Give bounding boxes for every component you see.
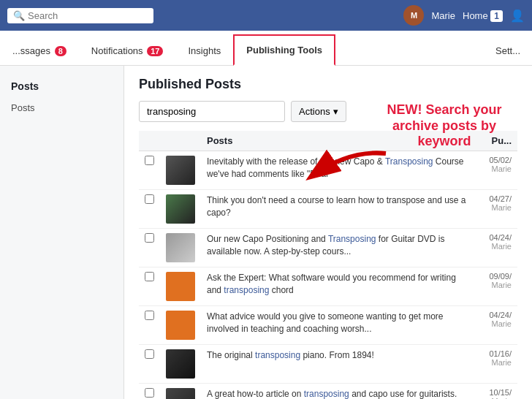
person-icon[interactable]: 👤 xyxy=(510,9,525,23)
post-thumbnail xyxy=(166,156,195,185)
page-title: Published Posts xyxy=(139,77,517,92)
row-checkbox[interactable] xyxy=(145,311,154,320)
global-search-input[interactable] xyxy=(28,10,148,21)
table-row: A great how-to article on transposing an… xyxy=(139,384,517,400)
search-icon: 🔍 xyxy=(13,10,25,21)
col-checkbox xyxy=(139,131,160,151)
post-link[interactable]: transposing xyxy=(224,285,269,295)
row-checkbox[interactable] xyxy=(145,194,154,204)
user-name: Marie xyxy=(431,10,455,21)
page-nav: ...ssages 8 Notifications 17 Insights Pu… xyxy=(0,31,532,66)
post-thumbnail xyxy=(166,272,195,301)
sidebar-title: Posts xyxy=(0,77,123,98)
row-checkbox[interactable] xyxy=(145,388,154,398)
post-text: Our new Capo Positioning and Transposing… xyxy=(207,234,445,256)
table-row: Ask the Expert: What software would you … xyxy=(139,267,517,306)
post-text: What advice would you give to someone wa… xyxy=(207,311,444,334)
row-checkbox[interactable] xyxy=(145,349,154,359)
arrow-icon xyxy=(305,142,393,186)
post-text: Ask the Expert: What software would you … xyxy=(207,273,456,295)
post-thumbnail xyxy=(166,311,195,340)
table-row: The original transposing piano. From 189… xyxy=(139,345,517,384)
post-thumbnail xyxy=(166,194,195,224)
annotation-box: NEW! Search your archive posts by keywor… xyxy=(364,102,525,150)
post-date: 04/24/Marie xyxy=(474,229,517,267)
row-checkbox[interactable] xyxy=(145,233,154,243)
post-text: A great how-to article on transposing an… xyxy=(207,389,457,399)
post-thumbnail xyxy=(166,233,195,262)
col-thumb xyxy=(160,131,201,151)
keyword-search-input[interactable] xyxy=(139,101,285,122)
avatar: M xyxy=(403,5,424,26)
post-text: The original transposing piano. From 189… xyxy=(207,350,374,360)
post-thumbnail xyxy=(166,388,195,399)
post-date: 05/02/Marie xyxy=(474,151,517,190)
table-row: What advice would you give to someone wa… xyxy=(139,306,517,345)
main-layout: Posts Posts Published Posts NEW! Search … xyxy=(0,66,532,399)
post-thumbnail xyxy=(166,349,195,379)
post-link[interactable]: transposing xyxy=(304,389,349,399)
post-link[interactable]: Transposing xyxy=(328,234,376,244)
home-badge: 1 xyxy=(490,10,503,22)
global-search-box[interactable]: 🔍 xyxy=(7,8,153,23)
tab-settings[interactable]: Sett... xyxy=(484,37,532,65)
top-bar-right: M Marie Home 1 👤 xyxy=(403,5,525,26)
sidebar: Posts Posts xyxy=(0,66,124,399)
post-text: Think you don't need a course to learn h… xyxy=(207,195,466,218)
post-date: 04/24/Marie xyxy=(474,306,517,345)
tab-publishing-tools[interactable]: Publishing Tools xyxy=(233,34,335,66)
home-label: Home 1 xyxy=(463,10,503,21)
post-date: 09/09/Marie xyxy=(474,267,517,306)
content-area: Published Posts NEW! Search your archive… xyxy=(124,66,532,399)
notifications-badge: 17 xyxy=(147,46,163,56)
actions-button[interactable]: Actions ▾ xyxy=(291,101,346,122)
tab-notifications[interactable]: Notifications 17 xyxy=(79,36,176,66)
table-row: Think you don't need a course to learn h… xyxy=(139,190,517,229)
tab-messages[interactable]: ...ssages 8 xyxy=(0,36,79,66)
row-checkbox[interactable] xyxy=(145,156,154,165)
row-checkbox[interactable] xyxy=(145,272,154,281)
post-link[interactable]: transposing xyxy=(255,350,300,360)
post-date: 04/27/Marie xyxy=(474,190,517,229)
sidebar-item-posts[interactable]: Posts xyxy=(0,98,123,118)
table-row: Our new Capo Positioning and Transposing… xyxy=(139,229,517,267)
tab-insights[interactable]: Insights xyxy=(175,36,233,66)
top-bar: 🔍 M Marie Home 1 👤 xyxy=(0,0,532,31)
post-date: 10/15/Marie xyxy=(474,384,517,400)
messages-badge: 8 xyxy=(55,46,66,56)
post-date: 01/16/Marie xyxy=(474,345,517,384)
